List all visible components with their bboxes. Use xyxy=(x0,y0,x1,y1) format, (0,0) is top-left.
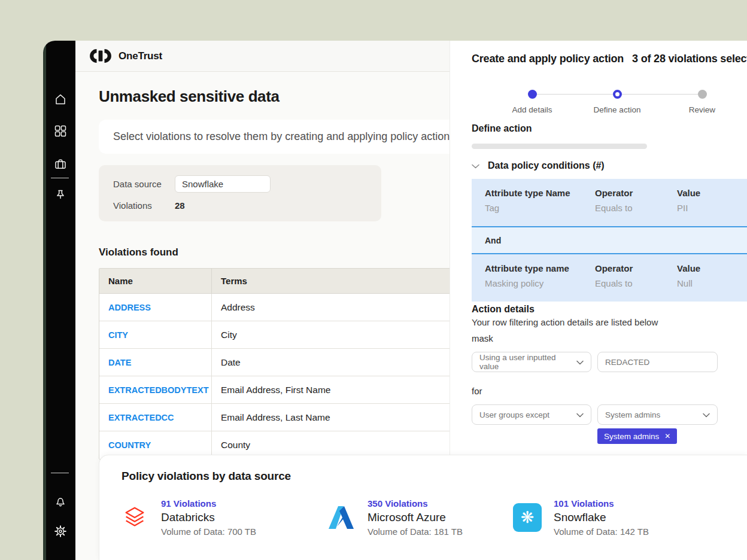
violation-terms: County xyxy=(221,440,250,451)
databricks-icon xyxy=(120,503,149,532)
violations-label: Violations xyxy=(113,200,175,211)
violations-count: 28 xyxy=(175,200,185,211)
gear-icon xyxy=(53,524,68,541)
condition-value-label: Value xyxy=(677,188,700,198)
selected-group-chip[interactable]: System admins ✕ xyxy=(597,428,677,444)
violation-terms: City xyxy=(221,330,237,340)
sidebar xyxy=(43,41,75,560)
violation-terms: Date xyxy=(221,357,241,368)
table-row: DATE Date xyxy=(99,349,464,376)
mask-method-select[interactable]: Using a user inputted value xyxy=(472,352,591,372)
violation-terms: Email Address, First Name xyxy=(221,385,330,395)
app-header: OneTrust xyxy=(75,41,450,72)
source-item-azure[interactable]: 350 Violations Microsoft Azure Volume of… xyxy=(327,498,463,537)
source-volume: Volume of Data: 142 TB xyxy=(554,526,649,537)
chevron-down-icon xyxy=(576,358,584,367)
sidebar-item-settings[interactable] xyxy=(53,525,68,540)
sidebar-item-notifications[interactable] xyxy=(53,495,68,510)
bell-icon xyxy=(53,494,68,511)
mask-value-input[interactable] xyxy=(605,358,710,367)
summary-card: Data source Violations 28 xyxy=(99,165,381,221)
condition-operator-value: Equals to xyxy=(595,203,677,213)
group-value-value: System admins xyxy=(605,410,660,419)
home-icon xyxy=(53,92,68,109)
chip-remove-icon[interactable]: ✕ xyxy=(664,433,670,440)
sidebar-divider xyxy=(51,178,69,178)
condition-operator-value: Equals to xyxy=(595,278,677,288)
data-source-input[interactable] xyxy=(175,175,271,193)
policy-violations-card: Policy violations by data source 91 Viol… xyxy=(99,455,747,560)
column-header-name: Name xyxy=(108,276,133,286)
snowflake-icon: ❋ xyxy=(513,503,542,532)
sidebar-item-workspace[interactable] xyxy=(53,158,68,172)
action-details-title: Action details xyxy=(472,304,535,315)
column-header-terms: Terms xyxy=(221,276,247,286)
group-method-select[interactable]: User groups except xyxy=(472,404,591,425)
conditions-toggle[interactable]: Data policy conditions (#) xyxy=(472,160,605,171)
panel-section-title: Define action xyxy=(472,123,532,134)
mask-value-field[interactable] xyxy=(597,352,718,372)
group-method-value: User groups except xyxy=(479,410,549,419)
table-row: EXTRACTEDBODYTEXT Email Address, First N… xyxy=(99,376,464,404)
condition-block: Attribute type Name Tag Operator Equals … xyxy=(472,179,747,226)
chevron-down-icon xyxy=(472,160,479,171)
condition-value-value: PII xyxy=(677,203,700,213)
condition-operator-label: Operator xyxy=(595,188,677,198)
apps-grid-icon xyxy=(53,124,68,141)
data-source-label: Data source xyxy=(113,179,175,189)
step-dot-add-details[interactable] xyxy=(528,90,537,99)
panel-selection-count: 3 of 28 violations selected xyxy=(632,53,747,65)
source-volume: Volume of Data: 700 TB xyxy=(161,526,256,537)
condition-attr-label: Attribute type Name xyxy=(485,188,595,198)
instruction-banner: Select violations to resolve them by cre… xyxy=(99,120,465,154)
mask-method-value: Using a user inputted value xyxy=(479,353,576,371)
group-value-select[interactable]: System admins xyxy=(597,404,718,425)
condition-attr-value: Masking policy xyxy=(485,278,595,288)
source-item-snowflake[interactable]: ❋ 101 Violations Snowflake Volume of Dat… xyxy=(513,498,649,537)
action-details-description: Your row filtering action details are li… xyxy=(472,317,658,327)
pin-icon xyxy=(53,188,68,205)
brand-name: OneTrust xyxy=(119,50,162,62)
violations-table: Name Terms ADDRESS Address CITY City DAT… xyxy=(99,268,465,459)
source-name: Databricks xyxy=(161,511,256,524)
briefcase-icon xyxy=(53,157,68,174)
conditions-toggle-label: Data policy conditions (#) xyxy=(488,160,605,171)
condition-value-value: Null xyxy=(677,278,700,288)
sidebar-item-home[interactable] xyxy=(53,93,68,108)
condition-connector: And xyxy=(472,226,747,254)
instruction-text: Select violations to resolve them by cre… xyxy=(113,130,450,143)
violation-terms: Email Address, Last Name xyxy=(221,412,330,423)
violation-name-link[interactable]: DATE xyxy=(108,358,131,367)
sidebar-item-apps[interactable] xyxy=(53,125,68,139)
source-name: Snowflake xyxy=(554,511,649,524)
violation-name-link[interactable]: EXTRACTEDCC xyxy=(108,413,174,422)
sidebar-divider-bottom xyxy=(51,473,69,473)
violations-table-title: Violations found xyxy=(99,246,178,258)
step-dot-review[interactable] xyxy=(698,90,707,99)
chevron-down-icon xyxy=(703,410,710,419)
azure-icon xyxy=(327,503,356,532)
source-violations: 91 Violations xyxy=(161,498,256,509)
source-violations: 101 Violations xyxy=(554,498,649,509)
progress-bar xyxy=(472,144,647,149)
source-volume: Volume of Data: 181 TB xyxy=(368,526,463,537)
page-title: Unmasked sensitive data xyxy=(99,87,280,106)
step-label-define-action: Define action xyxy=(581,105,653,114)
source-violations: 350 Violations xyxy=(368,498,463,509)
table-row: EXTRACTEDCC Email Address, Last Name xyxy=(99,404,464,431)
violation-terms: Address xyxy=(221,302,255,313)
violation-name-link[interactable]: CITY xyxy=(108,330,128,340)
step-label-add-details: Add details xyxy=(496,105,568,114)
source-item-databricks[interactable]: 91 Violations Databricks Volume of Data:… xyxy=(120,498,256,537)
violation-name-link[interactable]: ADDRESS xyxy=(108,303,151,312)
condition-block: Attribute type name Masking policy Opera… xyxy=(472,254,747,302)
violation-name-link[interactable]: COUNTRY xyxy=(108,440,151,450)
table-row: CITY City xyxy=(99,321,464,349)
violation-name-link[interactable]: EXTRACTEDBODYTEXT xyxy=(108,385,209,395)
step-dot-define-action[interactable] xyxy=(613,90,622,99)
condition-value-label: Value xyxy=(677,263,700,273)
sidebar-item-pinned[interactable] xyxy=(53,189,68,203)
source-name: Microsoft Azure xyxy=(368,511,463,524)
chip-label: System admins xyxy=(604,432,659,441)
mask-label: mask xyxy=(472,333,493,343)
